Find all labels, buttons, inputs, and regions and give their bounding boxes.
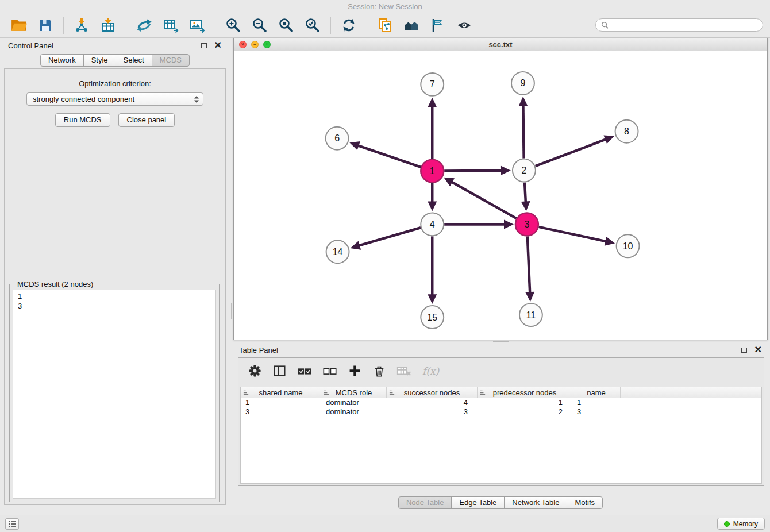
apply-style-button[interactable] <box>426 16 450 35</box>
graph-node-label: 8 <box>624 126 629 136</box>
close-table-panel-icon[interactable]: ✕ <box>754 347 762 353</box>
table-cell-shared_name[interactable]: 1 <box>241 398 321 407</box>
run-mcds-button[interactable]: Run MCDS <box>55 113 110 127</box>
delete-column-button[interactable] <box>372 364 386 378</box>
mcds-result-line[interactable]: 3 <box>18 301 211 311</box>
graph-edge-4-14[interactable] <box>359 228 421 245</box>
table-cell-shared_name[interactable]: 3 <box>241 407 321 417</box>
graph-edge-arrow <box>428 201 437 211</box>
graph-node-label: 10 <box>623 241 633 251</box>
graph-node-9[interactable]: 9 <box>511 72 534 95</box>
mcds-result-box: MCDS result (2 nodes) 13 <box>9 284 220 502</box>
graph-node-15[interactable]: 15 <box>421 306 444 329</box>
task-history-button[interactable] <box>5 518 19 530</box>
table-cell-predecessor[interactable]: 1 <box>478 398 572 407</box>
close-panel-button[interactable]: Close panel <box>118 113 175 127</box>
graph-node-4[interactable]: 4 <box>421 213 444 236</box>
toolbar-search[interactable] <box>595 18 763 32</box>
graph-edge-3-10[interactable] <box>538 227 606 241</box>
tab-network-table[interactable]: Network Table <box>504 496 567 509</box>
tab-edge-table[interactable]: Edge Table <box>451 496 505 509</box>
graph-node-8[interactable]: 8 <box>615 120 638 143</box>
table-cell-predecessor[interactable]: 2 <box>478 407 572 417</box>
network-canvas[interactable]: 7968124314101511 <box>234 51 767 340</box>
float-panel-icon[interactable] <box>201 43 207 48</box>
export-network-button[interactable] <box>132 16 156 35</box>
graph-node-11[interactable]: 11 <box>519 303 542 326</box>
column-header-name[interactable]: name <box>572 387 621 398</box>
graph-edge-2-3[interactable] <box>525 183 526 203</box>
network-graph[interactable]: 7968124314101511 <box>234 51 767 340</box>
graph-edge-1-2[interactable] <box>444 171 502 171</box>
table-settings-button[interactable] <box>248 364 262 378</box>
open-folder-icon <box>10 17 28 34</box>
toolbar-separator <box>126 17 126 34</box>
toggle-details-button[interactable] <box>452 16 476 35</box>
open-session-button[interactable] <box>7 16 31 35</box>
minimize-window-icon[interactable]: – <box>251 41 259 48</box>
zoom-selected-button[interactable] <box>301 16 325 35</box>
graph-edge-2-9[interactable] <box>523 105 523 159</box>
table-cell-successor[interactable]: 3 <box>387 407 478 417</box>
graph-node-1[interactable]: 1 <box>421 160 444 183</box>
add-column-button[interactable] <box>348 364 362 378</box>
graph-node-3[interactable]: 3 <box>515 213 538 236</box>
tab-mcds[interactable]: MCDS <box>152 54 190 67</box>
zoom-in-button[interactable] <box>221 16 245 35</box>
zoom-out-button[interactable] <box>248 16 272 35</box>
column-header-shared-name[interactable]: shared name <box>241 387 321 398</box>
tab-motifs[interactable]: Motifs <box>567 496 603 509</box>
select-all-columns-button[interactable] <box>297 365 312 377</box>
network-from-selection-button[interactable] <box>373 16 397 35</box>
table-cell-name[interactable]: 3 <box>572 407 621 417</box>
graph-node-14[interactable]: 14 <box>326 240 349 263</box>
graph-node-10[interactable]: 10 <box>617 234 640 257</box>
graph-edge-1-6[interactable] <box>357 145 421 167</box>
table-row[interactable]: 3dominator323 <box>241 407 761 417</box>
table-cell-name[interactable]: 1 <box>572 398 621 407</box>
table-cell-mcds_role[interactable]: dominator <box>321 398 387 407</box>
graph-edge-3-1[interactable] <box>451 182 516 218</box>
criterion-select[interactable]: strongly connected component <box>26 92 203 106</box>
export-table-button[interactable] <box>159 16 183 35</box>
import-table-button[interactable] <box>96 16 120 35</box>
mcds-result-line[interactable]: 1 <box>18 291 211 301</box>
close-window-icon[interactable]: × <box>239 41 247 48</box>
tab-select[interactable]: Select <box>116 54 152 67</box>
tab-style[interactable]: Style <box>83 54 116 67</box>
import-network-button[interactable] <box>70 16 94 35</box>
table-cell-mcds_role[interactable]: dominator <box>321 407 387 417</box>
float-table-panel-icon[interactable] <box>741 348 747 353</box>
column-header-mcds-role[interactable]: MCDS role <box>321 387 387 398</box>
delete-table-icon <box>396 364 412 378</box>
show-column-panel-button[interactable] <box>272 364 287 378</box>
vertical-splitter[interactable] <box>229 303 232 319</box>
zoom-window-icon[interactable]: + <box>263 41 271 48</box>
tab-network[interactable]: Network <box>40 54 84 67</box>
table-row[interactable]: 1dominator411 <box>241 398 761 407</box>
graph-node-7[interactable]: 7 <box>421 73 444 96</box>
tab-node-table[interactable]: Node Table <box>398 496 452 509</box>
deselect-all-columns-button[interactable] <box>322 365 337 377</box>
network-window-titlebar[interactable]: × – + scc.txt <box>234 38 767 51</box>
network-overview-button[interactable] <box>399 16 424 35</box>
search-input[interactable] <box>612 21 757 29</box>
export-image-button[interactable] <box>185 16 209 35</box>
window-titlebar[interactable]: Session: New Session <box>0 0 770 13</box>
function-builder-button[interactable]: f(x) <box>422 365 439 377</box>
graph-edge-2-8[interactable] <box>536 139 607 166</box>
zoom-fit-button[interactable] <box>274 16 298 35</box>
graph-node-6[interactable]: 6 <box>326 127 349 150</box>
table-cell-successor[interactable]: 4 <box>387 398 478 407</box>
save-session-button[interactable] <box>33 16 57 35</box>
columns-icon <box>272 364 287 378</box>
column-header-predecessor-nodes[interactable]: predecessor nodes <box>478 387 572 398</box>
apply-layout-button[interactable] <box>337 16 361 35</box>
memory-button[interactable]: Memory <box>717 518 765 530</box>
graph-edge-3-11[interactable] <box>528 236 530 293</box>
column-header-successor-nodes[interactable]: successor nodes <box>387 387 478 398</box>
delete-table-button[interactable] <box>396 364 412 378</box>
mcds-result-list[interactable]: 13 <box>13 290 216 499</box>
graph-node-2[interactable]: 2 <box>513 159 536 182</box>
close-panel-icon[interactable]: ✕ <box>214 43 222 48</box>
